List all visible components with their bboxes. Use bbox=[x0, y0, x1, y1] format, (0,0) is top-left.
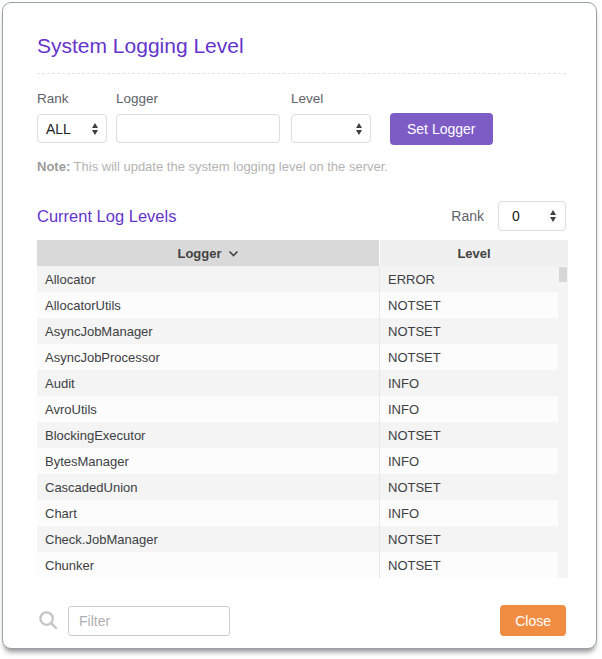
level-cell: INFO bbox=[379, 396, 558, 422]
logger-field-group: Logger bbox=[116, 91, 280, 143]
system-logging-dialog: System Logging Level Rank ALL Logger Lev… bbox=[2, 2, 597, 649]
current-rank-select[interactable]: 0 bbox=[498, 201, 566, 231]
select-spinner-icon bbox=[356, 123, 362, 135]
current-rank-label: Rank bbox=[451, 208, 484, 224]
rank-select-value: ALL bbox=[46, 121, 71, 137]
search-icon bbox=[37, 609, 60, 632]
logger-column-header[interactable]: Logger bbox=[37, 240, 379, 266]
note-body: This will update the system logging leve… bbox=[70, 159, 388, 174]
logger-cell: AsyncJobManager bbox=[37, 318, 379, 344]
select-spinner-icon bbox=[92, 123, 98, 135]
current-rank-value: 0 bbox=[512, 208, 520, 224]
level-cell: NOTSET bbox=[379, 318, 558, 344]
logger-cell: AvroUtils bbox=[37, 396, 379, 422]
level-label: Level bbox=[291, 91, 371, 106]
set-logger-form: Rank ALL Logger Level bbox=[37, 91, 566, 145]
table-row[interactable]: AllocatorUtils NOTSET bbox=[37, 292, 558, 318]
table-scrollbar[interactable] bbox=[558, 266, 568, 578]
level-select[interactable] bbox=[291, 114, 371, 143]
logger-cell: Allocator bbox=[37, 266, 379, 292]
level-cell: INFO bbox=[379, 370, 558, 396]
level-cell: NOTSET bbox=[379, 344, 558, 370]
logger-cell: Audit bbox=[37, 370, 379, 396]
level-cell: NOTSET bbox=[379, 526, 558, 552]
log-table-body: Allocator ERROR AllocatorUtils NOTSET As… bbox=[37, 266, 568, 578]
logger-cell: Chunker bbox=[37, 552, 379, 578]
logger-cell: AsyncJobProcessor bbox=[37, 344, 379, 370]
dialog-title: System Logging Level bbox=[37, 34, 566, 58]
current-rank-group: Rank 0 bbox=[451, 201, 566, 231]
logger-input[interactable] bbox=[116, 114, 280, 143]
chevron-down-icon bbox=[228, 250, 239, 257]
dialog-content: System Logging Level Rank ALL Logger Lev… bbox=[3, 34, 596, 636]
table-row[interactable]: Allocator ERROR bbox=[37, 266, 558, 292]
table-row[interactable]: BlockingExecutor NOTSET bbox=[37, 422, 558, 448]
level-column-label: Level bbox=[457, 246, 490, 261]
current-log-levels-heading: Current Log Levels bbox=[37, 207, 176, 226]
logger-cell: Chart bbox=[37, 500, 379, 526]
table-row[interactable]: AsyncJobManager NOTSET bbox=[37, 318, 558, 344]
table-header: Logger Level bbox=[37, 240, 568, 266]
logger-column-label: Logger bbox=[177, 246, 221, 261]
level-cell: NOTSET bbox=[379, 552, 558, 578]
level-cell: NOTSET bbox=[379, 292, 558, 318]
set-logger-button[interactable]: Set Logger bbox=[390, 113, 493, 145]
scrollbar-thumb[interactable] bbox=[559, 267, 567, 282]
table-row[interactable]: Audit INFO bbox=[37, 370, 558, 396]
table-row[interactable]: AsyncJobProcessor NOTSET bbox=[37, 344, 558, 370]
rank-select[interactable]: ALL bbox=[37, 114, 107, 143]
level-cell: NOTSET bbox=[379, 474, 558, 500]
level-field-group: Level bbox=[291, 91, 371, 143]
close-button[interactable]: Close bbox=[500, 605, 566, 636]
select-spinner-icon bbox=[550, 210, 556, 222]
logger-cell: CascadedUnion bbox=[37, 474, 379, 500]
level-column-header[interactable]: Level bbox=[380, 240, 568, 266]
table-row[interactable]: CascadedUnion NOTSET bbox=[37, 474, 558, 500]
level-cell: INFO bbox=[379, 500, 558, 526]
rank-label: Rank bbox=[37, 91, 107, 106]
current-log-levels-row: Current Log Levels Rank 0 bbox=[37, 201, 566, 231]
note-prefix: Note: bbox=[37, 159, 70, 174]
level-cell: NOTSET bbox=[379, 422, 558, 448]
log-levels-table: Logger Level Allocator ERROR bbox=[37, 240, 568, 578]
logger-cell: BytesManager bbox=[37, 448, 379, 474]
logger-label: Logger bbox=[116, 91, 280, 106]
dialog-footer: Close bbox=[37, 605, 566, 636]
table-row[interactable]: Chart INFO bbox=[37, 500, 558, 526]
table-row[interactable]: AvroUtils INFO bbox=[37, 396, 558, 422]
note-text: Note: This will update the system loggin… bbox=[37, 159, 566, 174]
filter-input[interactable] bbox=[68, 606, 230, 636]
title-divider bbox=[37, 73, 566, 74]
table-row[interactable]: Check.JobManager NOTSET bbox=[37, 526, 558, 552]
level-cell: ERROR bbox=[379, 266, 558, 292]
table-row[interactable]: BytesManager INFO bbox=[37, 448, 558, 474]
logger-cell: AllocatorUtils bbox=[37, 292, 379, 318]
level-cell: INFO bbox=[379, 448, 558, 474]
table-row[interactable]: Chunker NOTSET bbox=[37, 552, 558, 578]
logger-cell: Check.JobManager bbox=[37, 526, 379, 552]
logger-cell: BlockingExecutor bbox=[37, 422, 379, 448]
rank-field-group: Rank ALL bbox=[37, 91, 107, 143]
